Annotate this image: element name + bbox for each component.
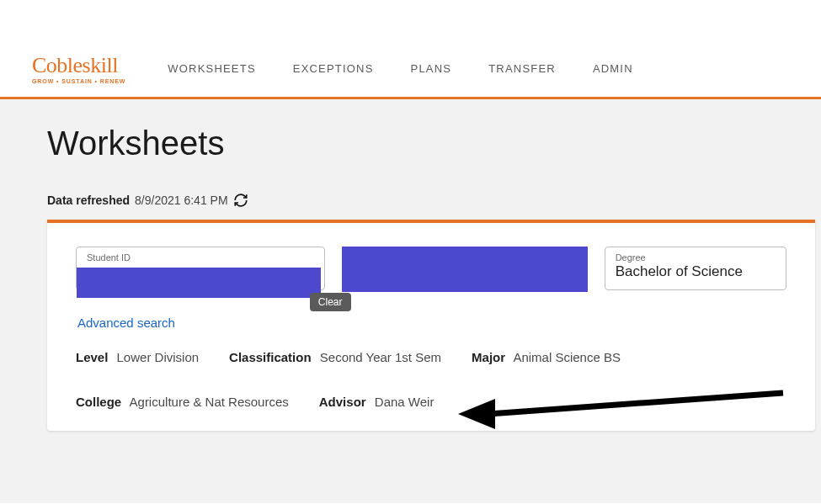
- page-title: Worksheets: [47, 125, 821, 162]
- name-field-redacted: [342, 247, 588, 292]
- classification-value: Second Year 1st Sem: [320, 350, 441, 364]
- refresh-row: Data refreshed 8/9/2021 6:41 PM: [47, 193, 821, 208]
- info-major: Major Animal Science BS: [472, 350, 621, 364]
- major-value: Animal Science BS: [513, 350, 621, 364]
- student-info-grid: Level Lower Division Classification Seco…: [76, 350, 786, 409]
- refresh-icon[interactable]: [233, 193, 248, 208]
- clear-button[interactable]: Clear: [310, 293, 351, 311]
- degree-value: Bachelor of Science: [616, 263, 776, 280]
- college-label: College: [76, 395, 121, 409]
- refresh-label: Data refreshed: [47, 194, 130, 207]
- college-value: Agriculture & Nat Resources: [130, 395, 289, 409]
- level-label: Level: [76, 350, 108, 364]
- info-classification: Classification Second Year 1st Sem: [229, 350, 441, 364]
- student-id-redacted: [77, 268, 321, 298]
- nav-transfer[interactable]: TRANSFER: [488, 62, 556, 75]
- advisor-value: Dana Weir: [375, 395, 434, 409]
- logo: Cobleskill GROW • SUSTAIN • RENEW: [32, 53, 125, 84]
- classification-label: Classification: [229, 350, 312, 364]
- nav-worksheets[interactable]: WORKSHEETS: [168, 62, 255, 75]
- content-area: Worksheets Data refreshed 8/9/2021 6:41 …: [0, 99, 821, 503]
- info-level: Level Lower Division: [76, 350, 199, 364]
- refresh-time: 8/9/2021 6:41 PM: [135, 194, 228, 207]
- advanced-search-link[interactable]: Advanced search: [77, 316, 175, 330]
- degree-label: Degree: [616, 252, 776, 263]
- nav-menu: WORKSHEETS EXCEPTIONS PLANS TRANSFER ADM…: [168, 62, 632, 75]
- level-value: Lower Division: [117, 350, 200, 364]
- logo-tagline: GROW • SUSTAIN • RENEW: [32, 78, 125, 84]
- info-college: College Agriculture & Nat Resources: [76, 395, 289, 409]
- nav-admin[interactable]: ADMIN: [593, 62, 633, 75]
- advisor-label: Advisor: [319, 395, 366, 409]
- fields-row: Student ID Clear Degree Bachelor of Scie…: [76, 247, 786, 292]
- top-nav-bar: Cobleskill GROW • SUSTAIN • RENEW WORKSH…: [0, 40, 821, 99]
- major-label: Major: [472, 350, 505, 364]
- student-id-label: Student ID: [87, 252, 314, 263]
- nav-plans[interactable]: PLANS: [411, 62, 452, 75]
- logo-main: Cobleskill: [32, 53, 125, 78]
- degree-field[interactable]: Degree Bachelor of Science: [605, 247, 786, 290]
- info-advisor: Advisor Dana Weir: [319, 395, 434, 409]
- nav-exceptions[interactable]: EXCEPTIONS: [293, 62, 374, 75]
- student-panel: Student ID Clear Degree Bachelor of Scie…: [47, 220, 815, 431]
- student-id-field[interactable]: Student ID Clear: [76, 247, 325, 290]
